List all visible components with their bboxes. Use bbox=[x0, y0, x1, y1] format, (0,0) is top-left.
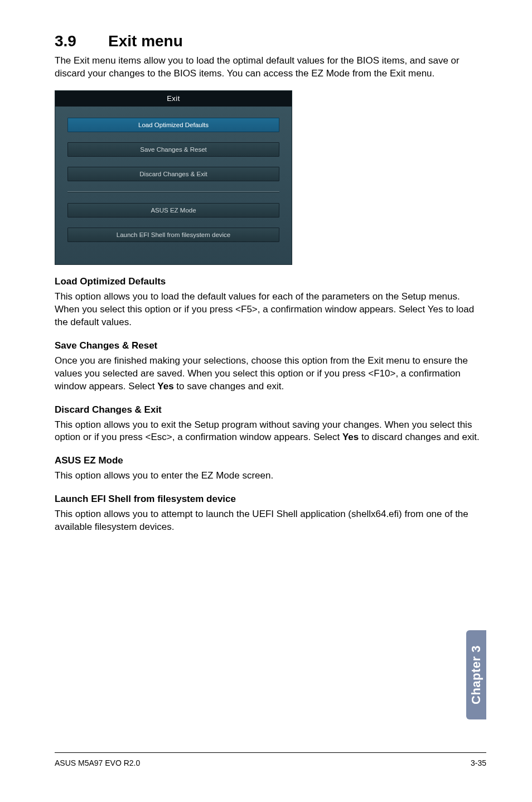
footer-right: 3-35 bbox=[471, 758, 486, 767]
subheading-discard-exit: Discard Changes & Exit bbox=[55, 404, 486, 416]
body-discard-part2: to discard changes and exit. bbox=[359, 432, 479, 442]
bios-panel-body: Load Optimized Defaults Save Changes & R… bbox=[55, 107, 292, 242]
body-save-reset: Once you are finished making your select… bbox=[55, 355, 486, 393]
body-efi-shell: This option allows you to attempt to lau… bbox=[55, 508, 486, 534]
bios-item-load-optimized-defaults[interactable]: Load Optimized Defaults bbox=[67, 118, 279, 132]
footer-left: ASUS M5A97 EVO R2.0 bbox=[55, 758, 140, 767]
subheading-load-defaults: Load Optimized Defaults bbox=[55, 276, 486, 287]
body-save-part2: to save changes and exit. bbox=[174, 381, 284, 392]
intro-paragraph: The Exit menu items allow you to load th… bbox=[55, 55, 486, 80]
bios-item-asus-ez-mode[interactable]: ASUS EZ Mode bbox=[67, 203, 279, 218]
bios-exit-panel: Exit Load Optimized Defaults Save Change… bbox=[55, 90, 292, 265]
section-number: 3.9 bbox=[55, 32, 108, 50]
body-discard-bold: Yes bbox=[342, 432, 359, 442]
chapter-side-tab: Chapter 3 bbox=[466, 630, 486, 719]
document-page: 3.9Exit menu The Exit menu items allow y… bbox=[0, 0, 532, 802]
bios-panel-header: Exit bbox=[55, 91, 292, 107]
section-title-text: Exit menu bbox=[108, 32, 183, 50]
chapter-tab-label: Chapter 3 bbox=[469, 645, 483, 704]
bios-item-launch-efi-shell[interactable]: Launch EFI Shell from filesystem device bbox=[67, 228, 279, 242]
page-footer: ASUS M5A97 EVO R2.0 3-35 bbox=[55, 752, 486, 767]
subheading-efi-shell: Launch EFI Shell from filesystem device bbox=[55, 494, 486, 505]
bios-item-discard-changes-exit[interactable]: Discard Changes & Exit bbox=[67, 167, 279, 181]
subheading-save-reset: Save Changes & Reset bbox=[55, 340, 486, 351]
bios-divider bbox=[67, 191, 279, 192]
body-discard-exit: This option allows you to exit the Setup… bbox=[55, 419, 486, 445]
body-ez-mode: This option allows you to enter the EZ M… bbox=[55, 470, 486, 482]
body-save-bold: Yes bbox=[157, 381, 173, 392]
body-load-defaults: This option allows you to load the defau… bbox=[55, 291, 486, 329]
bios-item-save-changes-reset[interactable]: Save Changes & Reset bbox=[67, 142, 279, 157]
subheading-ez-mode: ASUS EZ Mode bbox=[55, 455, 486, 466]
section-heading: 3.9Exit menu bbox=[55, 32, 486, 50]
